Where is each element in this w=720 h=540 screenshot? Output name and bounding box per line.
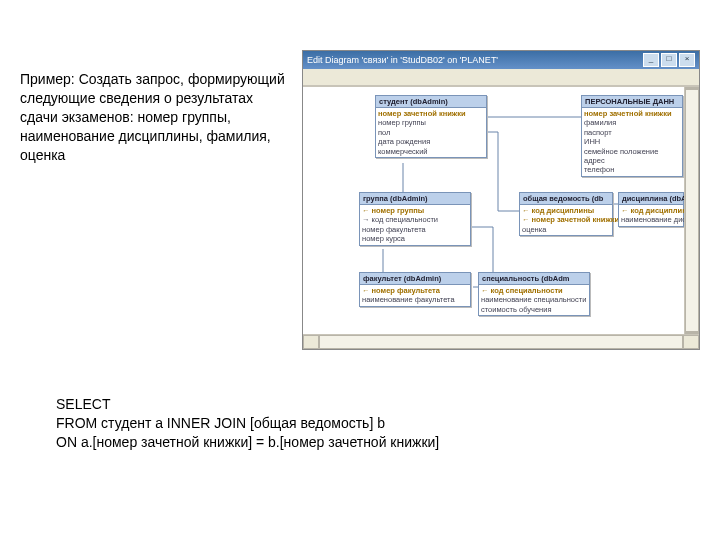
window-title: Edit Diagram 'связи' in 'StudDB02' on 'P… [307, 55, 498, 65]
table-discipline-body: ← код дисциплины наименование дисциплины [619, 205, 683, 226]
sql-line-2: FROM студент a INNER JOIN [общая ведомос… [56, 414, 656, 433]
sql-code-block: SELECT FROM студент a INNER JOIN [общая … [56, 395, 656, 452]
table-specialty-title: специальность (dbAdm [479, 273, 589, 285]
sql-line-3: ON a.[номер зачетной книжки] = b.[номер … [56, 433, 656, 452]
scroll-h-track[interactable] [319, 335, 683, 349]
table-personal-data-body: номер зачетной книжки фамилия паспорт ИН… [582, 108, 682, 176]
table-faculty-body: ← номер факультета наименование факульте… [360, 285, 470, 306]
table-faculty-title: факультет (dbAdmin) [360, 273, 470, 285]
table-faculty[interactable]: факультет (dbAdmin) ← номер факультета н… [359, 272, 471, 307]
table-student[interactable]: студент (dbAdmin) номер зачетной книжки … [375, 95, 487, 158]
scroll-v-track[interactable] [685, 89, 699, 332]
table-group-body: ← номер группы → код специальности номер… [360, 205, 470, 245]
maximize-button[interactable]: □ [661, 53, 677, 67]
sql-line-1: SELECT [56, 395, 656, 414]
table-personal-data[interactable]: ПЕРСОНАЛЬНЫЕ ДАНН номер зачетной книжки … [581, 95, 683, 177]
table-vedomost-title: общая ведомость (db [520, 193, 612, 205]
horizontal-scrollbar[interactable] [303, 334, 699, 349]
vertical-scrollbar[interactable] [684, 87, 699, 334]
window-titlebar[interactable]: Edit Diagram 'связи' in 'StudDB02' on 'P… [303, 51, 699, 69]
diagram-window: Edit Diagram 'связи' in 'StudDB02' on 'P… [302, 50, 700, 350]
scroll-right-button[interactable] [683, 335, 699, 349]
table-student-body: номер зачетной книжки номер группы пол д… [376, 108, 486, 157]
table-specialty[interactable]: специальность (dbAdm ← код специальности… [478, 272, 590, 316]
table-discipline-title: дисциплина (dbAdmin) [619, 193, 683, 205]
table-student-title: студент (dbAdmin) [376, 96, 486, 108]
scroll-down-button[interactable] [685, 332, 699, 334]
window-toolbar [303, 69, 699, 86]
scroll-left-button[interactable] [303, 335, 319, 349]
table-group[interactable]: группа (dbAdmin) ← номер группы → код сп… [359, 192, 471, 246]
table-specialty-body: ← код специальности наименование специал… [479, 285, 589, 315]
close-button[interactable]: × [679, 53, 695, 67]
table-group-title: группа (dbAdmin) [360, 193, 470, 205]
description-paragraph: Пример: Создать запрос, формирующий след… [20, 70, 290, 164]
table-vedomost-body: ← код дисциплины ← номер зачетной книжки… [520, 205, 612, 235]
table-discipline[interactable]: дисциплина (dbAdmin) ← код дисциплины на… [618, 192, 684, 227]
minimize-button[interactable]: _ [643, 53, 659, 67]
diagram-canvas[interactable]: студент (dbAdmin) номер зачетной книжки … [303, 86, 699, 334]
table-personal-data-title: ПЕРСОНАЛЬНЫЕ ДАНН [582, 96, 682, 108]
table-vedomost[interactable]: общая ведомость (db ← код дисциплины ← н… [519, 192, 613, 236]
